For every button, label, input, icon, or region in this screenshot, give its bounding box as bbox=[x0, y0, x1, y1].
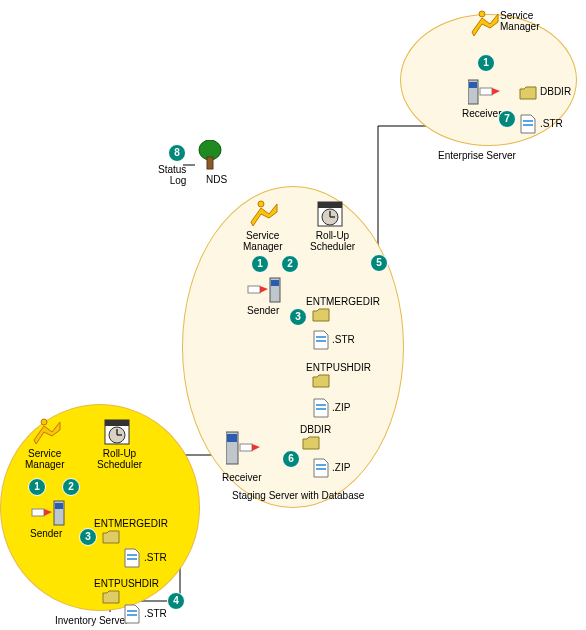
svg-rect-28 bbox=[316, 468, 326, 470]
svg-rect-11 bbox=[318, 202, 342, 208]
svg-rect-45 bbox=[207, 157, 213, 169]
rollup-diagram: Enterprise Server Service Manager Receiv… bbox=[0, 0, 586, 630]
rollup-scheduler-icon bbox=[316, 200, 344, 228]
step-badge: 1 bbox=[28, 478, 46, 496]
folder-label: ENTMERGEDIR bbox=[306, 296, 380, 307]
svg-marker-16 bbox=[260, 286, 268, 293]
rollup-scheduler-icon bbox=[103, 418, 131, 446]
folder-icon bbox=[102, 590, 120, 604]
receiver-icon bbox=[226, 428, 262, 456]
svg-rect-3 bbox=[469, 82, 477, 88]
step-badge: 1 bbox=[251, 255, 269, 273]
step-badge: 8 bbox=[168, 144, 186, 162]
folder-label: DBDIR bbox=[300, 424, 331, 435]
svg-marker-37 bbox=[44, 509, 52, 516]
receiver-label: Receiver bbox=[222, 472, 261, 483]
nds-label: NDS bbox=[206, 174, 227, 185]
document-icon bbox=[520, 114, 536, 134]
svg-rect-20 bbox=[316, 340, 326, 342]
step-badge: 7 bbox=[498, 110, 516, 128]
svg-rect-43 bbox=[127, 614, 137, 616]
service-manager-label: Service Manager bbox=[500, 10, 539, 32]
svg-rect-15 bbox=[248, 286, 260, 293]
status-log-label: Status Log bbox=[158, 164, 186, 186]
service-manager-icon bbox=[468, 10, 500, 38]
document-label: .STR bbox=[332, 334, 355, 345]
svg-rect-7 bbox=[523, 124, 533, 126]
document-icon bbox=[313, 330, 329, 350]
sender-icon bbox=[246, 276, 282, 304]
svg-point-30 bbox=[41, 419, 47, 425]
step-badge: 4 bbox=[167, 592, 185, 610]
receiver-label: Receiver bbox=[462, 108, 501, 119]
sender-label: Sender bbox=[247, 305, 279, 316]
step-badge: 2 bbox=[62, 478, 80, 496]
staging-server-label: Staging Server with Database bbox=[232, 490, 364, 501]
svg-rect-25 bbox=[240, 444, 252, 451]
document-label: .STR bbox=[144, 552, 167, 563]
document-label: .ZIP bbox=[332, 402, 350, 413]
svg-marker-0 bbox=[472, 14, 498, 36]
step-badge: 1 bbox=[477, 54, 495, 72]
folder-icon bbox=[312, 308, 330, 322]
service-manager-label: Service Manager bbox=[25, 448, 64, 470]
step-badge: 3 bbox=[289, 308, 307, 326]
svg-point-9 bbox=[258, 201, 264, 207]
document-icon bbox=[124, 548, 140, 568]
folder-label: ENTPUSHDIR bbox=[306, 362, 371, 373]
sender-icon bbox=[30, 499, 66, 527]
svg-rect-22 bbox=[316, 408, 326, 410]
step-badge: 3 bbox=[79, 528, 97, 546]
svg-rect-19 bbox=[316, 336, 326, 338]
svg-rect-21 bbox=[316, 404, 326, 406]
service-manager-icon bbox=[30, 418, 62, 446]
svg-marker-5 bbox=[492, 88, 500, 95]
document-label: .STR bbox=[144, 608, 167, 619]
svg-rect-4 bbox=[480, 88, 492, 95]
document-icon bbox=[313, 398, 329, 418]
folder-icon bbox=[312, 374, 330, 388]
svg-rect-41 bbox=[127, 558, 137, 560]
folder-label: ENTPUSHDIR bbox=[94, 578, 159, 589]
rollup-scheduler-label: Roll-Up Scheduler bbox=[97, 448, 142, 470]
svg-rect-36 bbox=[32, 509, 44, 516]
folder-label: ENTMERGEDIR bbox=[94, 518, 168, 529]
folder-icon bbox=[302, 436, 320, 450]
enterprise-server-label: Enterprise Server bbox=[438, 150, 516, 161]
document-icon bbox=[313, 458, 329, 478]
rollup-scheduler-label: Roll-Up Scheduler bbox=[310, 230, 355, 252]
document-label: .STR bbox=[540, 118, 563, 129]
svg-rect-42 bbox=[127, 610, 137, 612]
svg-rect-18 bbox=[271, 280, 279, 286]
svg-rect-24 bbox=[227, 434, 237, 442]
folder-label: DBDIR bbox=[540, 86, 571, 97]
svg-marker-8 bbox=[251, 204, 277, 226]
svg-marker-29 bbox=[34, 422, 60, 444]
service-manager-label: Service Manager bbox=[243, 230, 282, 252]
svg-rect-32 bbox=[105, 420, 129, 426]
svg-rect-40 bbox=[127, 554, 137, 556]
svg-point-1 bbox=[479, 11, 485, 17]
service-manager-icon bbox=[247, 200, 279, 228]
folder-icon bbox=[102, 530, 120, 544]
sender-label: Sender bbox=[30, 528, 62, 539]
document-label: .ZIP bbox=[332, 462, 350, 473]
svg-marker-26 bbox=[252, 444, 260, 451]
inventory-server-label: Inventory Server bbox=[55, 615, 128, 626]
document-icon bbox=[124, 604, 140, 624]
nds-tree-icon bbox=[196, 140, 224, 172]
svg-rect-27 bbox=[316, 464, 326, 466]
step-badge: 6 bbox=[282, 450, 300, 468]
svg-rect-39 bbox=[55, 503, 63, 509]
step-badge: 5 bbox=[370, 254, 388, 272]
receiver-icon bbox=[468, 78, 504, 106]
folder-icon bbox=[519, 86, 537, 100]
svg-rect-6 bbox=[523, 120, 533, 122]
step-badge: 2 bbox=[281, 255, 299, 273]
